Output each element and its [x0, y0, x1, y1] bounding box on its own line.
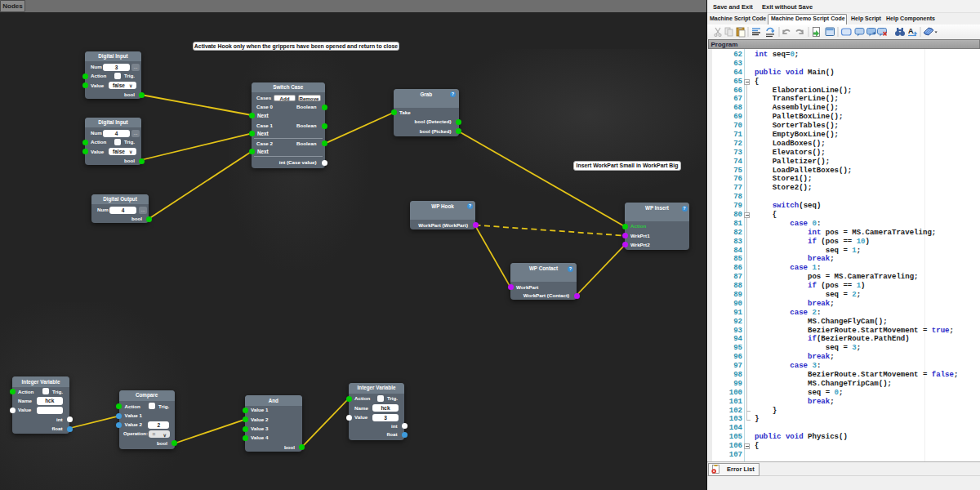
svg-text:A: A: [908, 27, 914, 35]
